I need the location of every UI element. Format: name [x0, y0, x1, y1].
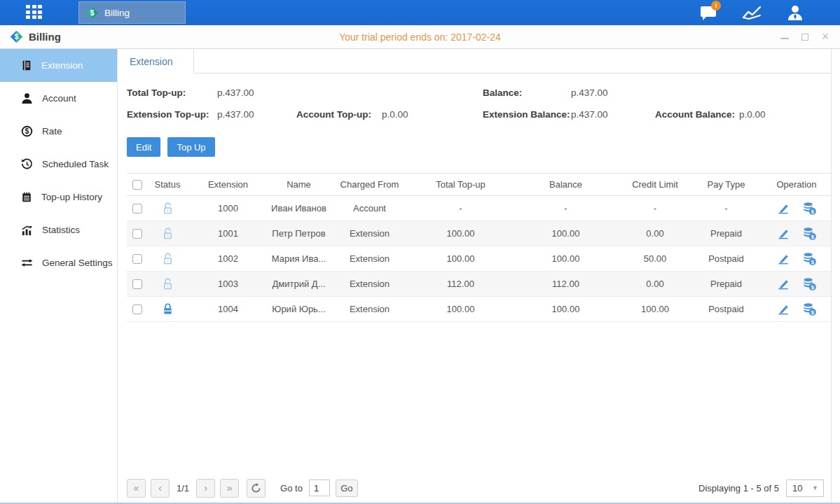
sidebar-item-label: Extension: [41, 60, 83, 71]
top-up-row-icon[interactable]: $: [802, 277, 817, 291]
cell-total-topup: 100.00: [410, 246, 511, 272]
sidebar-item-scheduled-task[interactable]: Scheduled Task: [0, 148, 117, 181]
sidebar-item-account[interactable]: Account: [0, 82, 117, 115]
sidebar-item-label: Account: [42, 93, 76, 104]
reports-chart-icon[interactable]: [741, 4, 763, 22]
lock-open-icon: [162, 202, 174, 213]
svg-text:$: $: [90, 9, 95, 17]
goto-label: Go to: [280, 483, 303, 493]
cell-name: Иван Иванов: [268, 196, 329, 221]
tab-extension[interactable]: Extension: [118, 50, 194, 74]
user-account-icon[interactable]: [784, 4, 806, 22]
sidebar-item-extension[interactable]: Extension: [0, 49, 117, 82]
chevron-down-icon: ▼: [812, 484, 818, 491]
billing-diamond-icon: $: [85, 6, 99, 20]
column-header-total-topup[interactable]: Total Top-up: [410, 174, 511, 196]
maximize-button[interactable]: [800, 32, 810, 42]
sidebar-item-rate[interactable]: $ Rate: [0, 115, 117, 148]
select-all-checkbox[interactable]: [132, 180, 142, 190]
history-clock-icon: [21, 158, 33, 170]
displaying-range-text: Displaying 1 - 5 of 5: [698, 483, 779, 493]
sidebar-item-general-settings[interactable]: General Settings: [0, 246, 117, 279]
last-page-button[interactable]: »: [220, 479, 239, 498]
open-app-tab-billing[interactable]: $ Billing: [78, 1, 186, 24]
table-row[interactable]: 1000 Иван Иванов Account - - - - $: [127, 196, 831, 221]
first-page-button[interactable]: «: [127, 479, 146, 498]
cell-credit-limit: -: [620, 196, 690, 221]
column-header-pay-type[interactable]: Pay Type: [690, 174, 762, 196]
row-checkbox[interactable]: [132, 204, 142, 214]
sidebar-item-label: General Settings: [42, 258, 113, 268]
minimize-button[interactable]: [780, 32, 790, 42]
top-up-row-icon[interactable]: $: [802, 202, 817, 216]
cell-credit-limit: 0.00: [620, 221, 690, 246]
next-page-button[interactable]: ›: [196, 479, 215, 498]
cell-pay-type: Prepaid: [690, 221, 762, 246]
row-checkbox[interactable]: [132, 304, 142, 314]
top-up-row-icon[interactable]: $: [802, 227, 817, 241]
table-row[interactable]: 1002 Мария Ива... Extension 100.00 100.0…: [127, 246, 831, 272]
cell-name: Петр Петров: [268, 221, 329, 246]
tab-strip: Extension: [118, 50, 831, 74]
total-topup-value: p.437.00: [217, 88, 296, 98]
window-title-bar: $ Billing Your trial period ends on: 201…: [0, 25, 840, 49]
extension-topup-label: Extension Top-up:: [127, 109, 217, 120]
table-row[interactable]: 1003 Дмитрий Д... Extension 112.00 112.0…: [127, 272, 831, 297]
edit-row-icon[interactable]: [776, 202, 790, 215]
edit-row-icon[interactable]: [776, 227, 790, 240]
balance-value: p.437.00: [571, 88, 655, 98]
row-checkbox[interactable]: [132, 229, 142, 239]
cell-name: Дмитрий Д...: [268, 272, 329, 297]
notepad-icon: [21, 191, 32, 203]
top-up-row-icon[interactable]: $: [802, 302, 817, 316]
go-button[interactable]: Go: [336, 479, 358, 497]
top-up-row-icon[interactable]: $: [802, 252, 817, 266]
edit-row-icon[interactable]: [776, 277, 790, 290]
cell-balance: 100.00: [511, 297, 620, 322]
balance-label: Balance:: [483, 88, 571, 98]
column-header-balance[interactable]: Balance: [511, 174, 620, 196]
extension-balance-value: p.437.00: [571, 109, 655, 120]
column-header-operation[interactable]: Operation: [762, 174, 831, 196]
cell-extension: 1004: [188, 297, 268, 322]
column-header-status[interactable]: Status: [147, 174, 188, 196]
person-icon: [21, 92, 33, 104]
edit-row-icon[interactable]: [776, 302, 790, 316]
column-header-extension[interactable]: Extension: [188, 174, 268, 196]
column-header-charged-from[interactable]: Charged From: [329, 174, 410, 196]
edit-row-icon[interactable]: [776, 252, 790, 265]
sliders-icon: [21, 257, 33, 269]
cell-pay-type: -: [690, 196, 762, 221]
cell-name: Мария Ива...: [268, 246, 329, 272]
top-up-button[interactable]: Top Up: [167, 137, 214, 157]
account-topup-label: Account Top-up:: [296, 109, 382, 120]
edit-button[interactable]: Edit: [127, 137, 160, 157]
row-checkbox[interactable]: [132, 254, 142, 264]
balance-summary: Total Top-up: p.437.00 Balance: p.437.00…: [127, 82, 831, 125]
extension-balance-label: Extension Balance:: [483, 109, 571, 120]
page-size-select[interactable]: 10 ▼: [786, 479, 824, 497]
cell-pay-type: Prepaid: [690, 272, 762, 297]
messages-icon[interactable]: !: [697, 4, 719, 22]
notification-badge: !: [711, 1, 721, 10]
cell-balance: -: [511, 196, 620, 221]
table-row[interactable]: 1004 Юрий Юрь... Extension 100.00 100.00…: [127, 297, 831, 322]
prev-page-button[interactable]: ‹: [151, 479, 170, 498]
goto-page-input[interactable]: [309, 479, 330, 496]
table-row[interactable]: 1001 Петр Петров Extension 100.00 100.00…: [127, 221, 831, 246]
refresh-button[interactable]: [247, 479, 266, 498]
app-grid-icon[interactable]: [26, 5, 47, 20]
close-button[interactable]: ×: [820, 32, 830, 42]
cell-pay-type: Postpaid: [690, 246, 762, 272]
row-checkbox[interactable]: [132, 279, 142, 289]
coin-icon: $: [21, 125, 33, 137]
cell-extension: 1003: [188, 272, 268, 297]
column-header-credit-limit[interactable]: Credit Limit: [620, 174, 690, 196]
table-body: 1000 Иван Иванов Account - - - - $: [127, 196, 831, 322]
page-size-value: 10: [792, 483, 802, 493]
cell-total-topup: -: [410, 196, 511, 221]
cell-charged-from: Extension: [329, 246, 410, 272]
sidebar-item-topup-history[interactable]: Top-up History: [0, 181, 117, 214]
column-header-name[interactable]: Name: [268, 174, 329, 196]
sidebar-item-statistics[interactable]: Statistics: [0, 214, 117, 246]
